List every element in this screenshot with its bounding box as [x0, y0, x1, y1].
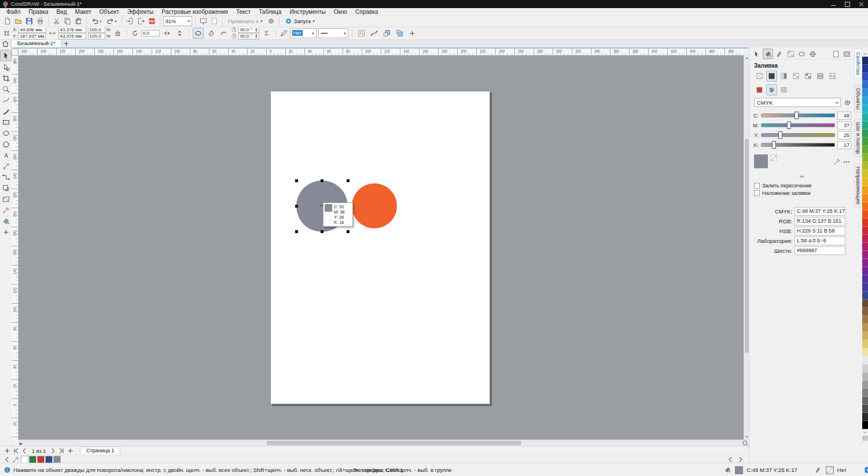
y-value-input[interactable]: 25: [837, 131, 851, 139]
next-page-button[interactable]: [49, 447, 57, 455]
palette-swatch[interactable]: [862, 227, 868, 235]
redo-button[interactable]: ▾: [105, 16, 119, 26]
c-slider-handle[interactable]: [795, 112, 799, 119]
outline-properties-tab[interactable]: [775, 49, 784, 58]
paste-button[interactable]: [73, 16, 83, 26]
docker-side-tab-4[interactable]: Направляющие: [854, 163, 862, 208]
menu-item-9[interactable]: Таблица: [255, 8, 285, 16]
print-button[interactable]: [35, 16, 45, 26]
palette-swatch[interactable]: [862, 283, 868, 291]
transparency-properties-tab[interactable]: [786, 49, 795, 58]
scale-y-input[interactable]: 100,0: [88, 33, 105, 39]
drop-shadow-tool[interactable]: [1, 183, 11, 193]
mirror-vertical-button[interactable]: [174, 28, 185, 39]
freehand-tool[interactable]: [1, 95, 11, 105]
overprint-fill-icon[interactable]: [770, 154, 778, 163]
uniform-fill-button[interactable]: [766, 71, 777, 82]
drawing-canvas[interactable]: × C: 51M: 38Y: 26K: 16: [18, 55, 744, 440]
more-color-options-button[interactable]: •••: [844, 159, 850, 164]
export-button[interactable]: [136, 16, 146, 26]
vector-pattern-fill-button[interactable]: [790, 71, 801, 82]
import-button[interactable]: [125, 16, 135, 26]
rotation-angle-input[interactable]: 0,0: [141, 30, 160, 36]
palette-swatch[interactable]: [862, 162, 868, 170]
k-slider[interactable]: [761, 143, 835, 147]
document-palette-swatch[interactable]: [29, 456, 36, 463]
add-page-after-button[interactable]: [67, 447, 74, 455]
menu-item-10[interactable]: Инструменты: [285, 8, 329, 16]
customize-toolbox-button[interactable]: [1, 227, 11, 237]
artistic-media-tool[interactable]: [1, 106, 11, 116]
palette-swatch[interactable]: [862, 316, 868, 324]
to-front-button[interactable]: [381, 28, 392, 39]
palette-swatch[interactable]: [862, 243, 868, 251]
crop-tool[interactable]: [1, 73, 11, 83]
shape-tool[interactable]: [1, 62, 11, 72]
orange-circle-object[interactable]: [352, 183, 397, 228]
palette-swatch[interactable]: [862, 81, 868, 89]
palette-swatch[interactable]: [862, 235, 868, 243]
options-button[interactable]: [266, 16, 276, 26]
palette-swatch[interactable]: [862, 154, 868, 162]
hsb-value-field[interactable]: H:229 S:11 B:59: [795, 227, 845, 235]
arc-button[interactable]: [218, 28, 229, 39]
m-slider-handle[interactable]: [787, 121, 791, 129]
document-palette-scroll-left[interactable]: [3, 456, 11, 463]
fill-properties-tab[interactable]: [763, 49, 773, 59]
last-page-button[interactable]: [58, 447, 65, 455]
c-value-input[interactable]: 48: [837, 112, 851, 120]
menu-item-5[interactable]: Объект: [95, 8, 123, 16]
line-style-combo[interactable]: ▾: [318, 28, 348, 38]
palette-swatch[interactable]: [862, 340, 868, 348]
minimize-button[interactable]: [826, 0, 840, 8]
selection-handle[interactable]: [347, 179, 350, 182]
to-back-button[interactable]: [394, 28, 405, 39]
selection-handle[interactable]: [295, 179, 298, 182]
text-tool[interactable]: A: [1, 150, 11, 160]
pie-button[interactable]: [205, 28, 216, 39]
color-palettes-tab[interactable]: [778, 84, 789, 95]
docker-side-tab-2[interactable]: Объекты: [854, 84, 862, 113]
scale-x-input[interactable]: 100,0: [88, 27, 105, 33]
y-position-input[interactable]: 187,937 мм: [18, 33, 46, 39]
document-palette-swatch[interactable]: [53, 456, 61, 463]
palette-swatch[interactable]: [862, 73, 868, 81]
welcome-screen-tab[interactable]: [0, 40, 11, 47]
palette-swatch[interactable]: [862, 178, 868, 186]
menu-item-3[interactable]: Вид: [52, 8, 71, 16]
texture-fill-button[interactable]: [815, 71, 826, 82]
eyedropper-button[interactable]: [833, 157, 841, 165]
connector-tool[interactable]: [1, 172, 11, 182]
end-angle-input[interactable]: 90,0 °: [238, 33, 259, 39]
ellipse-properties-tab[interactable]: [797, 49, 806, 58]
document-palette-swatch[interactable]: [21, 456, 28, 463]
c-slider[interactable]: [761, 113, 835, 117]
лаборатория-value-field[interactable]: L:58 a:0 b:-9: [795, 237, 845, 245]
palette-expand-button[interactable]: [862, 435, 868, 441]
horizontal-ruler[interactable]: 2602402202001801601401201008060402002040…: [18, 49, 744, 56]
launch-dropdown[interactable]: Запуск ▾: [282, 17, 317, 25]
palette-swatch[interactable]: [862, 389, 868, 397]
document-palette-left-arrow[interactable]: [727, 456, 734, 463]
page[interactable]: [270, 91, 490, 404]
frame-summary-icon[interactable]: [842, 49, 851, 58]
menu-item-4[interactable]: Макет: [71, 8, 95, 16]
menu-item-12[interactable]: Справка: [351, 8, 382, 16]
palette-swatch[interactable]: [862, 308, 868, 316]
zoom-tool[interactable]: [1, 84, 11, 94]
document-palette-swatch[interactable]: [45, 456, 53, 463]
palette-swatch[interactable]: [862, 259, 868, 267]
change-direction-button[interactable]: [261, 28, 272, 39]
palette-swatch[interactable]: [862, 97, 868, 105]
convert-to-curves-button[interactable]: [369, 28, 380, 39]
checkbox-1[interactable]: [754, 183, 760, 189]
palette-swatch[interactable]: [862, 211, 868, 219]
selection-handle[interactable]: [295, 205, 298, 208]
object-height-input[interactable]: 43,376 мм: [58, 33, 86, 39]
palette-swatch[interactable]: [862, 291, 868, 300]
postscript-fill-button[interactable]: PS: [827, 71, 838, 82]
collapse-section-button[interactable]: [749, 168, 854, 180]
menu-item-1[interactable]: Файл: [2, 8, 25, 16]
fountain-fill-button[interactable]: [778, 71, 789, 82]
palette-swatch[interactable]: [862, 194, 868, 202]
